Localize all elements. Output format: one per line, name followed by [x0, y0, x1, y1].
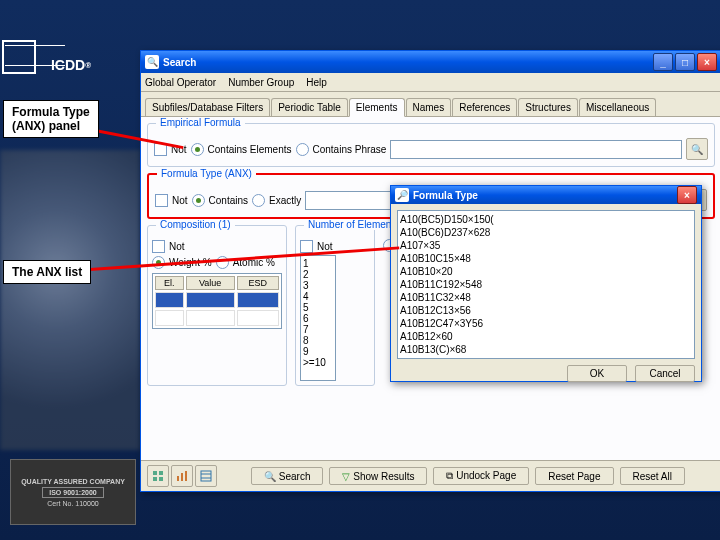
svg-rect-1: [159, 471, 163, 475]
composition-title: Composition (1): [156, 219, 235, 230]
search-title: Search: [163, 57, 196, 68]
search-app-icon: 🔍: [145, 55, 159, 69]
close-button[interactable]: ×: [697, 53, 717, 71]
formula-type-dialog: 🔎 Formula Type × A10(BC5)D150×150( A10(B…: [390, 185, 702, 382]
minimize-button[interactable]: _: [653, 53, 673, 71]
footer-tool-2[interactable]: [171, 465, 193, 487]
tab-misc[interactable]: Miscellaneous: [579, 98, 656, 116]
list-item[interactable]: A10B10C15×48: [400, 252, 692, 265]
empirical-contains-el-label: Contains Elements: [208, 144, 292, 155]
magnify-icon: 🔍: [691, 144, 703, 155]
table-icon: [200, 470, 212, 482]
list-item[interactable]: A10B11C32×48: [400, 291, 692, 304]
empirical-contains-ph-label: Contains Phrase: [313, 144, 387, 155]
anx-exactly-label: Exactly: [269, 195, 301, 206]
callout-anx-list: The ANX list: [3, 260, 91, 284]
numel-not-check[interactable]: [300, 240, 313, 253]
anx-exactly-radio[interactable]: [252, 194, 265, 207]
composition-group: Composition (1) Not Weight % Atomic % El…: [147, 225, 287, 386]
empirical-contains-ph-radio[interactable]: [296, 143, 309, 156]
anx-not-label: Not: [172, 195, 188, 206]
empirical-contains-el-radio[interactable]: [191, 143, 204, 156]
tab-names[interactable]: Names: [406, 98, 452, 116]
tab-elements[interactable]: Elements: [349, 98, 405, 117]
empirical-title: Empirical Formula: [156, 117, 245, 128]
tab-structures[interactable]: Structures: [518, 98, 578, 116]
reset-page-button[interactable]: Reset Page: [535, 467, 613, 485]
footer-tool-1[interactable]: [147, 465, 169, 487]
ft-title: Formula Type: [413, 190, 478, 201]
tab-periodic[interactable]: Periodic Table: [271, 98, 348, 116]
search-button[interactable]: 🔍 Search: [251, 467, 323, 485]
list-item[interactable]: A10B12×60: [400, 330, 692, 343]
reset-all-button[interactable]: Reset All: [620, 467, 685, 485]
composition-table[interactable]: El.ValueESD: [152, 273, 282, 329]
menubar: Global Operator Number Group Help: [141, 73, 720, 92]
search-icon: 🔍: [264, 471, 276, 482]
formula-type-list[interactable]: A10(BC5)D150×150( A10(BC6)D237×628 A107×…: [397, 210, 695, 359]
callout-anx-panel: Formula Type (ANX) panel: [3, 100, 99, 138]
chart-icon: [176, 470, 188, 482]
cancel-button[interactable]: Cancel: [635, 365, 695, 382]
anx-contains-label: Contains: [209, 195, 248, 206]
ft-app-icon: 🔎: [395, 188, 409, 202]
footer-tool-3[interactable]: [195, 465, 217, 487]
list-item[interactable]: A10B12C13×56: [400, 304, 692, 317]
triangle-icon: ▽: [342, 471, 350, 482]
decorative-bg: [0, 150, 140, 450]
table-row[interactable]: [155, 292, 279, 308]
list-item[interactable]: A10(BC6)D237×628: [400, 226, 692, 239]
list-item[interactable]: A10B10×20: [400, 265, 692, 278]
menu-help[interactable]: Help: [306, 77, 327, 88]
show-results-button[interactable]: ▽ Show Results: [329, 467, 427, 485]
list-item[interactable]: A10(BC5)D150×150(: [400, 213, 692, 226]
logo-area: ICDD®: [0, 0, 140, 100]
list-item[interactable]: A10B11C192×548: [400, 278, 692, 291]
footer: 🔍 Search ▽ Show Results ⧉ Undock Page Re…: [141, 460, 720, 491]
svg-rect-2: [153, 477, 157, 481]
comp-not-label: Not: [169, 241, 185, 252]
list-item[interactable]: A10B13(C)×68: [400, 343, 692, 356]
svg-rect-6: [185, 471, 187, 481]
search-titlebar[interactable]: 🔍 Search _ □ ×: [141, 51, 720, 73]
table-row[interactable]: [155, 310, 279, 326]
list-item[interactable]: A107×35: [400, 239, 692, 252]
empirical-lookup-button[interactable]: 🔍: [686, 138, 708, 160]
menu-global-operator[interactable]: Global Operator: [145, 77, 216, 88]
tab-references[interactable]: References: [452, 98, 517, 116]
ok-button[interactable]: OK: [567, 365, 627, 382]
svg-rect-7: [201, 471, 211, 481]
svg-rect-4: [177, 476, 179, 481]
svg-rect-0: [153, 471, 157, 475]
quality-badge: QUALITY ASSURED COMPANY ISO 9001:2000 Ce…: [10, 459, 136, 525]
icdd-logo: ICDD®: [36, 50, 106, 80]
anx-not-check[interactable]: [155, 194, 168, 207]
anx-title: Formula Type (ANX): [157, 168, 256, 179]
svg-rect-5: [181, 473, 183, 481]
numel-list[interactable]: 1 2 3 4 5 6 7 8 9 >=10: [300, 255, 336, 381]
comp-not-check[interactable]: [152, 240, 165, 253]
tabbar: Subfiles/Database Filters Periodic Table…: [141, 92, 720, 117]
empirical-input[interactable]: [390, 140, 682, 159]
tab-subfiles[interactable]: Subfiles/Database Filters: [145, 98, 270, 116]
anx-contains-radio[interactable]: [192, 194, 205, 207]
maximize-button[interactable]: □: [675, 53, 695, 71]
grid-icon: [152, 470, 164, 482]
ft-titlebar[interactable]: 🔎 Formula Type ×: [391, 186, 701, 204]
empirical-formula-group: Empirical Formula Not Contains Elements …: [147, 123, 715, 167]
menu-number-group[interactable]: Number Group: [228, 77, 294, 88]
undock-button[interactable]: ⧉ Undock Page: [433, 467, 529, 485]
list-item[interactable]: A10B12C47×3Y56: [400, 317, 692, 330]
undock-icon: ⧉: [446, 470, 453, 481]
ft-close-button[interactable]: ×: [677, 186, 697, 204]
svg-rect-3: [159, 477, 163, 481]
